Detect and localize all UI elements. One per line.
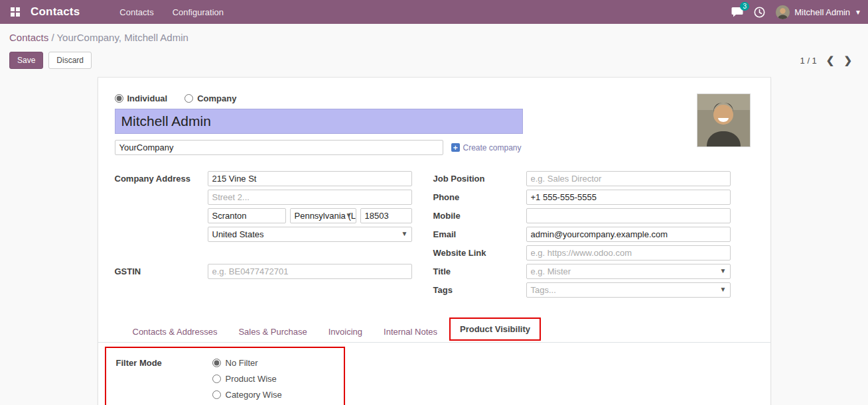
company-address-label: Company Address [115,171,208,184]
gstin-label: GSTIN [115,264,208,276]
radio-category-wise[interactable]: Category Wise [212,390,282,400]
activities-button[interactable] [754,7,765,18]
phone-input[interactable] [526,190,731,205]
street-input[interactable] [208,171,412,186]
contact-photo[interactable] [697,93,751,147]
radio-product-wise[interactable]: Product Wise [212,374,282,384]
email-label: Email [433,229,526,239]
website-label: Website Link [433,248,526,258]
user-menu-caret-icon: ▼ [855,9,861,16]
country-select[interactable]: United States ▼ [208,227,412,242]
product-wise-label: Product Wise [226,374,277,384]
user-name: Mitchell Admin [794,7,850,17]
chevron-right-icon[interactable]: ❯ [843,54,852,66]
country-value: United States [212,229,264,239]
company-name-input[interactable] [115,140,443,155]
save-button[interactable]: Save [9,52,43,69]
menu-item-configuration[interactable]: Configuration [165,1,232,23]
activity-clock-icon [754,7,765,18]
state-select[interactable]: Pennsylvania (L ▼ [290,208,356,223]
filter-mode-annotation-box: Filter Mode No Filter Product Wise Categ… [105,347,345,405]
create-company-plus-icon: ＋ [451,143,460,152]
create-company-link[interactable]: ＋ Create company [451,143,522,152]
discard-button[interactable]: Discard [48,52,92,69]
title-placeholder: e.g. Mister [531,266,571,276]
no-filter-radio-input[interactable] [212,359,221,367]
details-group: Job Position Phone Mobile Email Website … [433,171,731,298]
email-input[interactable] [526,227,731,242]
title-select[interactable]: e.g. Mister ▼ [526,264,731,279]
contact-form-sheet: Individual Company Mitchell Admin ＋ Crea… [98,77,771,405]
title-label: Title [433,266,526,276]
company-radio-label: Company [197,93,236,103]
individual-radio-label: Individual [127,93,168,103]
state-caret-icon: ▼ [346,211,352,219]
control-panel: Contacts / YourCompany, Mitchell Admin S… [0,24,868,69]
job-position-input[interactable] [526,171,731,186]
contact-photo-image [697,94,750,146]
create-company-label: Create company [463,143,522,152]
top-navbar: Contacts Contacts Configuration 3 Mitche… [0,0,868,24]
radio-no-filter[interactable]: No Filter [212,358,282,368]
app-name: Contacts [31,5,80,19]
contact-type-radios: Individual Company [115,93,754,103]
country-caret-icon: ▼ [401,230,408,237]
breadcrumb-parent-link[interactable]: Contacts [9,32,48,43]
breadcrumb: Contacts / YourCompany, Mitchell Admin [9,32,857,43]
breadcrumb-current: YourCompany, Mitchell Admin [56,32,188,43]
tab-contacts-addresses[interactable]: Contacts & Addresses [123,321,227,342]
user-avatar [776,5,790,19]
radio-company[interactable]: Company [184,93,236,103]
category-wise-label: Category Wise [226,390,282,400]
phone-label: Phone [433,192,526,202]
filter-mode-label: Filter Mode [116,358,212,400]
tab-product-visibility[interactable]: Product Visibility [449,318,541,341]
pager-counter: 1 / 1 [800,56,817,66]
street2-input[interactable] [208,190,412,205]
product-wise-radio-input[interactable] [212,375,221,383]
title-caret-icon: ▼ [720,267,727,274]
tab-invoicing[interactable]: Invoicing [319,321,372,342]
user-menu[interactable]: Mitchell Admin ▼ [776,5,861,19]
messages-badge: 3 [740,2,749,11]
content-area: Individual Company Mitchell Admin ＋ Crea… [0,69,868,400]
category-wise-radio-input[interactable] [212,390,221,399]
contact-name-value: Mitchell Admin [121,113,211,129]
job-position-label: Job Position [433,174,526,184]
tags-placeholder: Tags... [531,285,556,295]
city-input[interactable] [208,208,286,223]
apps-grid-icon [11,7,20,17]
filter-mode-radios: No Filter Product Wise Category Wise [212,358,282,400]
mobile-input[interactable] [526,208,731,223]
tags-label: Tags [433,285,526,295]
messages-button[interactable]: 3 [731,7,743,17]
tags-select[interactable]: Tags... ▼ [526,282,731,298]
menu-item-contacts[interactable]: Contacts [111,1,161,23]
notebook-tabs: Contacts & Addresses Sales & Purchase In… [98,318,770,343]
tags-caret-icon: ▼ [720,286,727,293]
no-filter-label: No Filter [226,358,258,368]
contact-name-input[interactable]: Mitchell Admin [115,109,523,134]
radio-individual[interactable]: Individual [115,93,168,103]
website-input[interactable] [526,245,731,260]
mobile-label: Mobile [433,211,526,221]
company-radio-input[interactable] [184,94,193,103]
chevron-left-icon[interactable]: ❮ [826,54,835,66]
address-group: Company Address Pennsylvania (L ▼ United… [115,171,412,298]
tab-sales-purchase[interactable]: Sales & Purchase [229,321,316,342]
zip-input[interactable] [360,208,412,223]
apps-menu-icon[interactable] [7,3,24,21]
gstin-input[interactable] [208,264,412,279]
individual-radio-input[interactable] [115,94,123,103]
pager: 1 / 1 ❮ ❯ [800,54,857,66]
app-menu: Contacts Configuration [111,1,232,23]
tab-internal-notes[interactable]: Internal Notes [374,321,447,342]
